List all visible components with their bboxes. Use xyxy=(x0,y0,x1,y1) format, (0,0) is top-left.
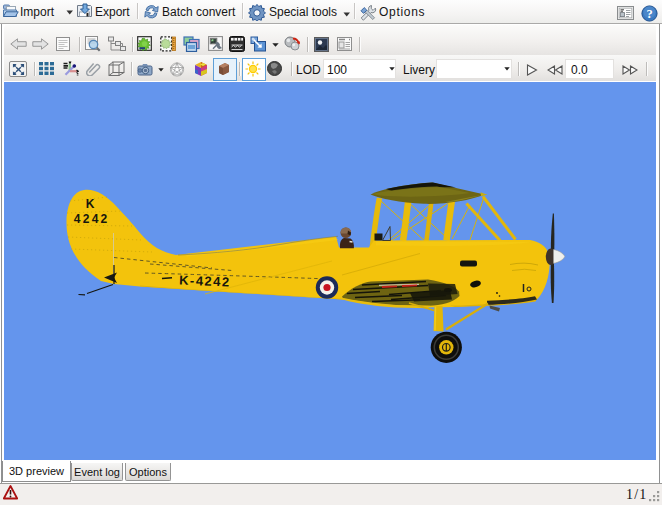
svg-text:K: K xyxy=(86,197,95,211)
svg-text:?: ? xyxy=(646,7,652,21)
svg-text:4242: 4242 xyxy=(74,212,108,226)
